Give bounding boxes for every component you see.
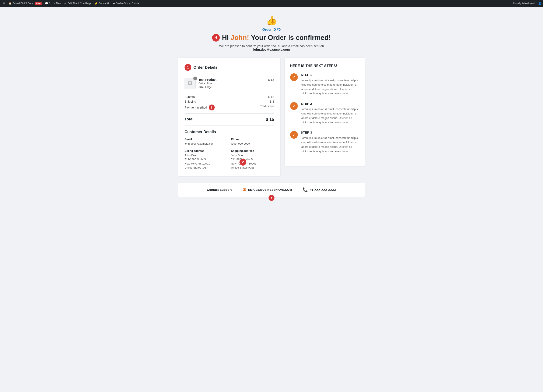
phone-value: (999) 999-9999	[231, 142, 274, 146]
contact-support-label: Contact Support	[207, 188, 232, 191]
total-value: $ 15	[266, 117, 274, 122]
admin-bar-right: Howdy, fahad-hamid 👤	[513, 2, 541, 5]
order-id: Order ID #0	[4, 28, 539, 32]
step-2-content: STEP 2 Lorem ipsum dolor sit amet, conse…	[301, 102, 359, 125]
subtotal-value: $ 12	[268, 95, 274, 99]
step-2-check-icon: ✓	[290, 102, 298, 110]
header-section: 👍 Order ID #0 4 Hi John! Your Order is c…	[4, 15, 539, 51]
new-button[interactable]: + New	[52, 0, 62, 7]
email-label: Email	[185, 138, 228, 141]
shipping-value: $ 3	[270, 100, 274, 103]
footer-bar: Contact Support ✉ EMAIL@BUSINESSNAME.COM…	[178, 183, 365, 197]
step-3-content: STEP 3 Lorem ipsum dolor sit amet, conse…	[301, 131, 359, 153]
color-label: Color:	[198, 82, 206, 85]
order-details-header: 1 Order Details	[185, 64, 274, 71]
next-steps-panel: HERE IS THE NEXT STEPS! ✓ STEP 1 Lorem i…	[285, 58, 365, 166]
wp-logo-button[interactable]: ⊞	[2, 0, 6, 7]
comments-count: 0	[49, 2, 51, 5]
product-info: Test Product Color: Blue Size: Large	[198, 78, 265, 89]
step-1-name: STEP 1	[301, 73, 359, 77]
payment-value: Credit card	[260, 105, 274, 111]
page-wrapper: 👍 Order ID #0 4 Hi John! Your Order is c…	[0, 7, 543, 392]
email-icon: ✉	[243, 187, 246, 192]
step-2-item: ✓ STEP 2 Lorem ipsum dolor sit amet, con…	[290, 102, 359, 125]
next-steps-title: HERE IS THE NEXT STEPS!	[290, 64, 359, 68]
subtotal-label: Subtotal	[185, 95, 195, 99]
billing-value: John Doe711-2880 Nulla StNew York, NY 10…	[185, 153, 228, 170]
phone-icon: 📞	[302, 187, 308, 192]
edit-page-button[interactable]: ✏ Edit Thank You Page	[63, 0, 92, 7]
billing-label: Billing address	[185, 149, 228, 152]
funnelkit-icon: ⚡	[95, 2, 98, 5]
shipping-label: Shipping address	[231, 149, 274, 152]
funnelkit-button[interactable]: ⚡ FunnelKit	[93, 0, 111, 7]
subtotal-row: Subtotal $ 12	[185, 95, 274, 99]
total-row: Total $ 15	[185, 114, 274, 125]
product-qty-badge: 1	[193, 77, 197, 80]
step-3-desc: Lorem ipsum dolor sit amet, consectetur …	[301, 136, 359, 153]
product-price: $ 12	[268, 78, 274, 81]
step-1-content: STEP 1 Lorem ipsum dolor sit amet, conse…	[301, 73, 359, 96]
shipping-label: Shipping	[185, 100, 196, 103]
image-icon: 🖼	[188, 81, 192, 86]
product-image: 🖼 1	[185, 78, 196, 89]
step-4-badge: 4	[212, 34, 220, 42]
size-label: Size:	[198, 86, 204, 89]
howdy-text: Howdy, fahad-hamid	[513, 2, 537, 5]
edit-page-label: Edit Thank You Page	[68, 2, 91, 5]
phone-contact[interactable]: 📞 +1-XXX-XXX-XXXX	[302, 187, 336, 192]
order-totals: Subtotal $ 12 Shipping $ 3 Payment metho…	[185, 92, 274, 114]
badge-3: 3	[209, 105, 215, 111]
greeting-text: Hi John! Your Order is confirmed!	[222, 34, 331, 42]
section-1-badge: 1	[185, 64, 191, 71]
site-name-label: Fahad Divi 5 Demo	[12, 2, 34, 5]
shipping-address-field: Shipping address John Doe711-2880 Nulla …	[231, 149, 274, 170]
footer-phone: +1-XXX-XXX-XXXX	[310, 188, 336, 191]
live-badge: Live	[35, 2, 42, 5]
plus-icon: +	[54, 2, 55, 5]
badge-5-wrapper: 5	[269, 195, 274, 201]
wp-icon: ⊞	[3, 2, 5, 5]
divi-icon: ◆	[113, 2, 115, 5]
product-name: Test Product	[198, 78, 265, 81]
footer-email: EMAIL@BUSINESSNAME.COM	[248, 188, 292, 191]
step-3-check-icon: ✓	[290, 131, 298, 139]
customer-details-title: Customer Details	[185, 130, 274, 134]
email-value: john.doe@example.com	[185, 142, 228, 146]
payment-row: Payment method 3 Credit card	[185, 105, 274, 111]
email-contact[interactable]: ✉ EMAIL@BUSINESSNAME.COM	[243, 187, 292, 192]
phone-label: Phone	[231, 138, 274, 141]
step-2-desc: Lorem ipsum dolor sit amet, consectetur …	[301, 107, 359, 125]
customer-grid: Email john.doe@example.com Phone (999) 9…	[185, 138, 274, 170]
step-1-item: ✓ STEP 1 Lorem ipsum dolor sit amet, con…	[290, 73, 359, 96]
new-label: New	[56, 2, 61, 5]
badge-5: 5	[269, 195, 274, 201]
step-1-check-icon: ✓	[290, 73, 298, 81]
main-content: 1 Order Details 🖼 1 Test Product Color: …	[178, 58, 365, 176]
edit-icon: ✏	[64, 2, 67, 5]
shipping-row: Shipping $ 3	[185, 100, 274, 103]
visual-builder-label: Enable Visual Builder	[116, 2, 140, 5]
order-details-title: Order Details	[193, 65, 217, 70]
color-value: Blue	[207, 82, 212, 85]
product-color: Color: Blue	[198, 82, 265, 85]
comments-button[interactable]: 💬 0	[44, 0, 52, 7]
order-confirmed-heading: 4 Hi John! Your Order is confirmed!	[4, 34, 539, 42]
step-3-item: ✓ STEP 3 Lorem ipsum dolor sit amet, con…	[290, 131, 359, 153]
avatar: 👤	[538, 2, 541, 5]
step-3-name: STEP 3	[301, 131, 359, 134]
payment-method-wrapper: Payment method 3	[185, 105, 215, 111]
product-size: Size: Large	[198, 86, 265, 89]
total-label: Total	[185, 117, 193, 122]
order-panel: 1 Order Details 🖼 1 Test Product Color: …	[178, 58, 280, 176]
site-name-button[interactable]: 🏠 Fahad Divi 5 Demo Live	[7, 0, 43, 7]
visual-builder-button[interactable]: ◆ Enable Visual Builder	[112, 0, 141, 7]
email-field: Email john.doe@example.com	[185, 138, 228, 146]
product-row: 🖼 1 Test Product Color: Blue Size: Large…	[185, 75, 274, 92]
billing-address-field: Billing address John Doe711-2880 Nulla S…	[185, 149, 228, 170]
customer-section: Customer Details Email john.doe@example.…	[185, 130, 274, 170]
step-1-desc: Lorem ipsum dolor sit amet, consectetur …	[301, 78, 359, 96]
badge-2-wrapper: 2	[239, 159, 246, 166]
site-icon: 🏠	[8, 2, 12, 5]
funnelkit-label: FunnelKit	[99, 2, 109, 5]
